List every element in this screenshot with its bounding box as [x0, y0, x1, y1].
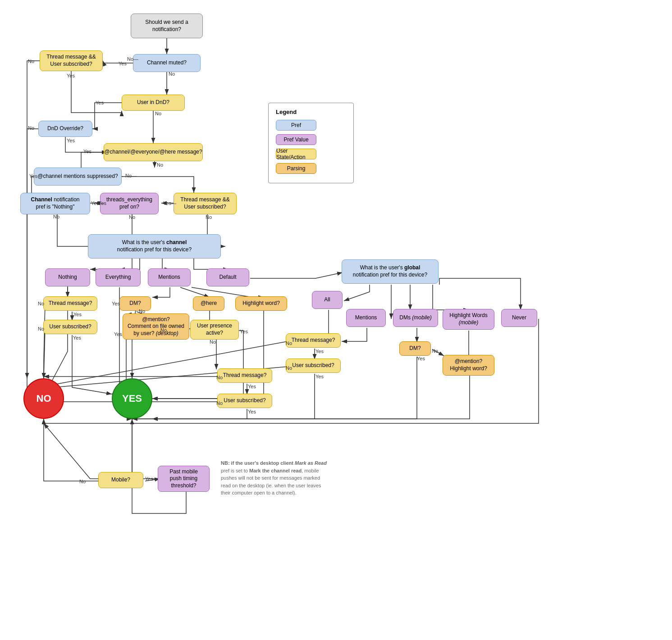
label-no-thread-q2: No	[286, 340, 292, 346]
user-sub-q3-node: User subscribed?	[217, 394, 272, 408]
label-no-notif-nothing: No	[53, 214, 59, 219]
label-no-thread-q1: No	[38, 301, 44, 306]
yes-circle-node: YES	[112, 378, 152, 419]
everything-node: Everything	[96, 268, 141, 286]
label-no-dnd: No	[155, 111, 161, 116]
dms-mobile-node: DMs (mobile)	[393, 309, 438, 327]
label-yes-user-sub-q2: Yes	[315, 374, 324, 379]
label-yes-thread-q2: Yes	[315, 349, 324, 354]
highlight-words-mobile-node: Highlight Words(mobile)	[443, 309, 494, 330]
legend-swatch-pref: Pref	[276, 120, 316, 131]
thread-user-sub1-node: Thread message &&User subscribed?	[40, 50, 103, 71]
label-no-threads-everything: No	[129, 214, 135, 220]
user-sub-q2-node: User subscribed?	[286, 359, 341, 373]
label-yes-dnd: Yes	[96, 100, 104, 105]
channel-everyone-node: @channel/@everyone/@here message?	[104, 143, 203, 161]
mentions-node: Mentions	[148, 268, 191, 286]
start-node: Should we send a notification?	[131, 14, 203, 38]
atmention-q-node: @mention?Comment on file ownedby user? (…	[123, 313, 189, 340]
label-no-atmention: No	[160, 327, 167, 333]
label-no-mobile: No	[79, 479, 86, 484]
legend-swatch-parsing: Parsing	[276, 163, 316, 174]
default-node: Default	[206, 268, 249, 286]
label-no-dm-q: No	[139, 309, 145, 314]
channel-muted-node: Channel muted?	[133, 54, 201, 72]
label-no-thread-sub2: No	[206, 214, 212, 220]
label-yes-presence: Yes	[240, 329, 248, 334]
legend-item-parsing: Parsing	[276, 163, 346, 174]
label-yes-thread-sub1: Yes	[67, 73, 75, 78]
label-yes-dm-q: Yes	[112, 301, 120, 306]
label-no-dm-q2: No	[432, 348, 438, 354]
legend-swatch-user-state: User State/Action	[276, 149, 316, 159]
legend-item-pref-value: Pref Value	[276, 134, 346, 145]
arrows-svg	[0, 0, 672, 640]
past-mobile-node: Past mobilepush timingthreshold?	[158, 466, 210, 492]
label-yes-channel-everyone: Yes—	[83, 149, 96, 154]
legend-item-user-state: User State/Action	[276, 149, 346, 159]
label-yes-dnd-override: Yes	[67, 138, 75, 143]
label-yes-mentions-suppressed: Yes	[29, 173, 37, 179]
never-node: Never	[501, 309, 537, 327]
label-no-channel-muted-down: No	[169, 71, 175, 77]
label-no-channel-muted: No—	[127, 56, 138, 62]
thread-msg-q1-node: Thread message?	[43, 296, 97, 311]
global-notif-pref-node: What is the user's globalnotification pr…	[342, 259, 439, 284]
mobile-q-node: Mobile?	[98, 472, 143, 488]
nothing-node: Nothing	[45, 268, 90, 286]
legend-title: Legend	[276, 109, 346, 115]
label-yes-mobile: Yes	[145, 476, 153, 481]
dm-q2-node: DM?	[399, 341, 431, 356]
dnd-override-node: DnD Override?	[38, 121, 92, 137]
legend-box: Legend Pref Pref Value User State/Action…	[268, 103, 354, 183]
channel-notif-nothing-node: Channel notificationpref is "Nothing"	[20, 193, 90, 214]
user-sub-q1-node: User subscribed?	[43, 320, 97, 334]
note-box: NB: if the user's desktop client Mark as…	[221, 459, 329, 497]
label-yes-thread-sub2: Yes—	[163, 200, 176, 206]
label-yes-channel-muted: Yes	[119, 61, 127, 66]
highlight-word-q-node: Highlight word?	[235, 296, 287, 311]
label-no-user-sub-q1: No	[38, 326, 44, 331]
label-no-thread-q3: No	[216, 375, 223, 380]
all-node: All	[312, 291, 343, 309]
atmention-highlight-node: @mention?Highlight word?	[443, 355, 494, 376]
threads-everything-node: threads_everythingpref on?	[100, 193, 159, 214]
label-yes-thread-q3: Yes	[248, 384, 256, 389]
legend-item-pref: Pref	[276, 120, 346, 131]
thread-user-sub2-node: Thread message &&User subscribed?	[174, 193, 237, 214]
channel-notif-pref-node: What is the user's channelnotification p…	[88, 234, 221, 259]
label-yes-user-sub-q1: Yes	[73, 335, 81, 340]
diagram-container: Should we send a notification? Channel m…	[0, 0, 672, 640]
athere-q-node: @here	[193, 296, 224, 311]
label-yes-dm-q2: Yes	[417, 356, 425, 361]
label-no-mentions-suppressed: No—	[125, 173, 137, 178]
label-no-channel-everyone: No	[157, 162, 163, 168]
label-no-dnd-override: No	[28, 125, 34, 131]
channel-mentions-suppressed-node: @channel mentions suppressed?	[34, 168, 122, 186]
dm-q-node: DM?	[119, 296, 151, 311]
user-dnd-node: User in DnD?	[122, 95, 185, 111]
label-yes-user-sub-q3: Yes	[248, 409, 256, 414]
thread-msg-q2-node: Thread message?	[286, 333, 341, 348]
label-no-presence: No	[210, 339, 216, 345]
legend-swatch-pref-value: Pref Value	[276, 134, 316, 145]
thread-msg-q3-node: Thread message?	[217, 368, 272, 383]
user-presence-q-node: User presenceactive?	[190, 320, 239, 340]
label-yes-threads-everything: ←Yes	[93, 200, 106, 206]
label-yes-atmention: Yes	[114, 331, 122, 337]
label-no-user-sub-q3: No	[216, 400, 223, 406]
label-no-thread-sub1: No	[28, 59, 34, 64]
no-circle-node: NO	[23, 378, 64, 419]
label-no-user-sub-q2: No	[286, 365, 292, 371]
mentions-global-node: Mentions	[346, 309, 386, 327]
label-yes-thread-q1: Yes	[73, 312, 82, 317]
